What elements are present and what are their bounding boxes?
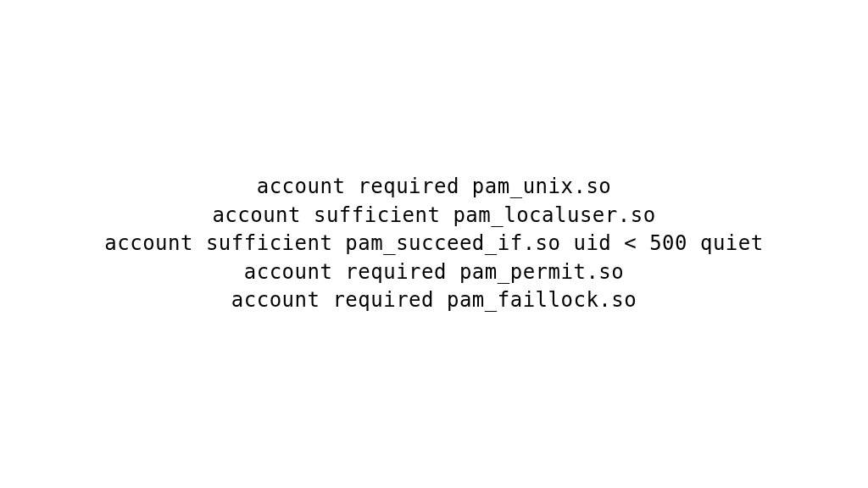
config-line: account sufficient pam_localuser.so <box>104 202 763 230</box>
config-line: account required pam_permit.so <box>104 258 763 287</box>
config-line: account sufficient pam_succeed_if.so uid… <box>104 230 763 258</box>
config-line: account required pam_unix.so <box>104 173 763 202</box>
pam-config-block: account required pam_unix.so account suf… <box>104 173 763 315</box>
config-line: account required pam_faillock.so <box>104 286 763 315</box>
